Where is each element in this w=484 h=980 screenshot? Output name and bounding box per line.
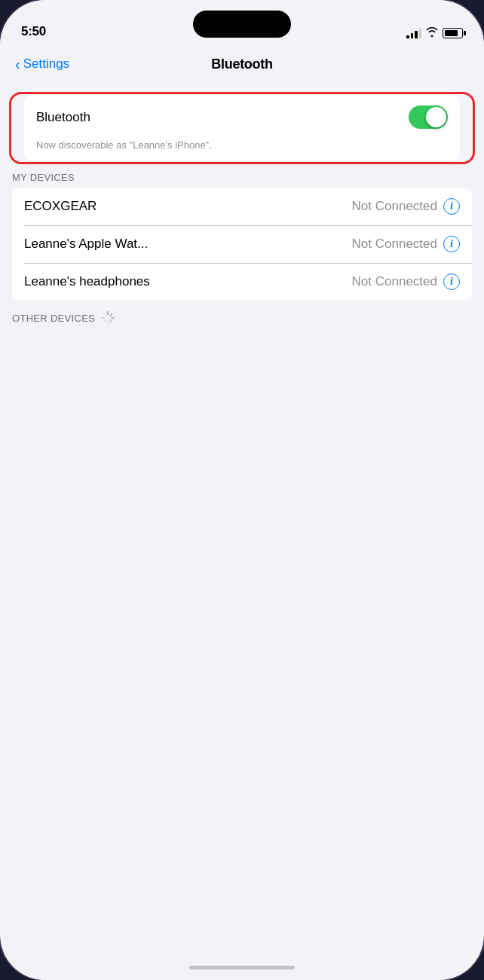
signal-bar-1 xyxy=(406,35,409,38)
device-status-group: Not Connected i xyxy=(352,273,460,290)
signal-bar-2 xyxy=(411,33,414,38)
device-status-group: Not Connected i xyxy=(352,236,460,252)
status-time: 5:50 xyxy=(21,24,46,39)
device-row[interactable]: Leanne's headphones Not Connected i xyxy=(12,263,472,301)
chevron-left-icon: ‹ xyxy=(15,56,20,72)
device-name: Leanne's headphones xyxy=(24,274,352,289)
wifi-icon xyxy=(426,27,438,39)
signal-bars-icon xyxy=(406,28,421,38)
loading-spinner xyxy=(101,311,115,325)
signal-bar-3 xyxy=(415,31,418,38)
device-status: Not Connected xyxy=(352,237,437,252)
device-status-group: Not Connected i xyxy=(352,198,460,215)
bluetooth-toggle-row: Bluetooth xyxy=(24,95,460,139)
phone-frame: 5:50 xyxy=(0,0,484,980)
battery-icon xyxy=(443,28,463,38)
svg-line-6 xyxy=(110,320,112,322)
svg-line-7 xyxy=(104,314,106,316)
bluetooth-toggle[interactable] xyxy=(409,105,448,129)
svg-line-3 xyxy=(104,320,106,322)
back-button[interactable]: ‹ Settings xyxy=(15,56,69,72)
battery-body xyxy=(443,28,463,38)
home-indicator xyxy=(0,954,484,980)
page-title: Bluetooth xyxy=(211,56,272,72)
home-bar xyxy=(189,966,295,969)
other-devices-label: OTHER DEVICES xyxy=(12,313,95,324)
info-button[interactable]: i xyxy=(443,198,460,215)
bluetooth-highlight-container: Bluetooth Now discoverable as "Leanne's … xyxy=(12,95,472,161)
bluetooth-label: Bluetooth xyxy=(36,110,90,125)
discoverable-text: Now discoverable as "Leanne's iPhone". xyxy=(24,139,460,161)
other-devices-section-header: OTHER DEVICES xyxy=(0,301,484,329)
dynamic-island xyxy=(193,11,291,38)
svg-line-2 xyxy=(110,314,112,316)
info-button[interactable]: i xyxy=(443,273,460,290)
nav-bar: ‹ Settings Bluetooth xyxy=(0,45,484,83)
status-icons xyxy=(406,27,463,39)
devices-list: ECOXGEAR Not Connected i Leanne's Apple … xyxy=(12,188,472,301)
device-name: ECOXGEAR xyxy=(24,199,352,214)
signal-bar-4 xyxy=(419,29,422,38)
device-name: Leanne's Apple Wat... xyxy=(24,237,352,252)
toggle-knob xyxy=(426,107,446,127)
status-bar: 5:50 xyxy=(0,0,484,45)
bluetooth-section: Bluetooth Now discoverable as "Leanne's … xyxy=(24,95,460,161)
main-content: Bluetooth Now discoverable as "Leanne's … xyxy=(0,83,484,954)
back-label[interactable]: Settings xyxy=(23,56,69,72)
info-button[interactable]: i xyxy=(443,236,460,252)
device-row[interactable]: Leanne's Apple Wat... Not Connected i xyxy=(12,225,472,263)
device-status: Not Connected xyxy=(352,274,437,289)
my-devices-header: MY DEVICES xyxy=(0,161,484,188)
device-row[interactable]: ECOXGEAR Not Connected i xyxy=(12,188,472,225)
battery-fill xyxy=(445,30,458,36)
screen: 5:50 xyxy=(0,0,484,980)
device-status: Not Connected xyxy=(352,199,437,214)
